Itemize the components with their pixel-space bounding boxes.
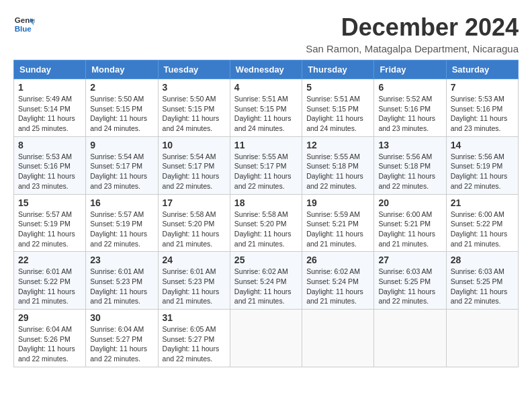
calendar-cell: 4 Sunrise: 5:51 AM Sunset: 5:15 PM Dayli…	[230, 79, 302, 137]
day-detail: Sunrise: 6:03 AM Sunset: 5:25 PM Dayligh…	[451, 267, 514, 306]
calendar-week-row: 8 Sunrise: 5:53 AM Sunset: 5:16 PM Dayli…	[14, 136, 519, 194]
calendar-body: 1 Sunrise: 5:49 AM Sunset: 5:14 PM Dayli…	[14, 79, 519, 367]
calendar-cell	[374, 310, 446, 367]
header: General Blue December 2024 San Ramon, Ma…	[13, 13, 519, 54]
calendar-cell: 8 Sunrise: 5:53 AM Sunset: 5:16 PM Dayli…	[14, 136, 86, 194]
day-detail: Sunrise: 6:00 AM Sunset: 5:21 PM Dayligh…	[378, 210, 441, 249]
calendar-cell: 16 Sunrise: 5:57 AM Sunset: 5:19 PM Dayl…	[86, 194, 158, 252]
day-number: 5	[306, 82, 369, 93]
calendar-cell: 12 Sunrise: 5:55 AM Sunset: 5:18 PM Dayl…	[302, 136, 374, 194]
day-number: 23	[90, 255, 153, 265]
calendar-cell: 3 Sunrise: 5:50 AM Sunset: 5:15 PM Dayli…	[158, 79, 230, 137]
calendar-cell: 11 Sunrise: 5:55 AM Sunset: 5:17 PM Dayl…	[230, 136, 302, 194]
day-number: 2	[90, 82, 153, 93]
svg-text:Blue: Blue	[15, 25, 32, 33]
day-number: 15	[18, 197, 81, 208]
calendar-cell: 31 Sunrise: 6:05 AM Sunset: 5:27 PM Dayl…	[158, 310, 230, 367]
day-detail: Sunrise: 6:04 AM Sunset: 5:27 PM Dayligh…	[90, 324, 153, 364]
day-detail: Sunrise: 5:56 AM Sunset: 5:19 PM Dayligh…	[451, 152, 514, 191]
calendar-cell: 22 Sunrise: 6:01 AM Sunset: 5:22 PM Dayl…	[14, 252, 86, 310]
day-detail: Sunrise: 5:50 AM Sunset: 5:15 PM Dayligh…	[163, 94, 226, 134]
day-number: 8	[18, 140, 81, 150]
title-area: December 2024 San Ramon, Matagalpa Depar…	[306, 13, 519, 54]
calendar-cell: 10 Sunrise: 5:54 AM Sunset: 5:17 PM Dayl…	[158, 136, 230, 194]
calendar-cell	[230, 310, 302, 367]
calendar-cell: 9 Sunrise: 5:54 AM Sunset: 5:17 PM Dayli…	[86, 136, 158, 194]
day-detail: Sunrise: 5:51 AM Sunset: 5:15 PM Dayligh…	[306, 94, 369, 134]
day-number: 3	[163, 82, 226, 93]
day-number: 14	[451, 140, 514, 150]
calendar-cell: 2 Sunrise: 5:50 AM Sunset: 5:15 PM Dayli…	[86, 79, 158, 137]
calendar-cell: 20 Sunrise: 6:00 AM Sunset: 5:21 PM Dayl…	[374, 194, 446, 252]
day-number: 24	[163, 255, 226, 265]
calendar-cell: 23 Sunrise: 6:01 AM Sunset: 5:23 PM Dayl…	[86, 252, 158, 310]
month-title: December 2024	[306, 13, 519, 42]
day-number: 7	[451, 82, 514, 93]
column-header-tuesday: Tuesday	[158, 60, 230, 79]
day-number: 13	[378, 140, 441, 150]
day-detail: Sunrise: 5:56 AM Sunset: 5:18 PM Dayligh…	[378, 152, 441, 191]
calendar-header-row: SundayMondayTuesdayWednesdayThursdayFrid…	[14, 60, 519, 79]
day-number: 10	[163, 140, 226, 150]
column-header-saturday: Saturday	[446, 60, 518, 79]
column-header-friday: Friday	[374, 60, 446, 79]
day-detail: Sunrise: 5:58 AM Sunset: 5:20 PM Dayligh…	[234, 210, 298, 249]
calendar-cell: 18 Sunrise: 5:58 AM Sunset: 5:20 PM Dayl…	[230, 194, 302, 252]
calendar-cell: 25 Sunrise: 6:02 AM Sunset: 5:24 PM Dayl…	[230, 252, 302, 310]
day-detail: Sunrise: 6:02 AM Sunset: 5:24 PM Dayligh…	[234, 267, 298, 306]
calendar-cell: 13 Sunrise: 5:56 AM Sunset: 5:18 PM Dayl…	[374, 136, 446, 194]
day-number: 26	[306, 255, 369, 265]
calendar-cell	[302, 310, 374, 367]
calendar-cell	[446, 310, 518, 367]
day-detail: Sunrise: 5:55 AM Sunset: 5:17 PM Dayligh…	[234, 152, 298, 191]
logo-icon: General Blue	[13, 13, 35, 35]
day-number: 25	[234, 255, 298, 265]
day-detail: Sunrise: 5:59 AM Sunset: 5:21 PM Dayligh…	[306, 210, 369, 249]
day-number: 29	[18, 312, 81, 323]
day-number: 18	[234, 197, 298, 208]
day-number: 4	[234, 82, 298, 93]
day-detail: Sunrise: 5:54 AM Sunset: 5:17 PM Dayligh…	[163, 152, 226, 191]
day-number: 6	[378, 82, 441, 93]
day-number: 12	[306, 140, 369, 150]
calendar-week-row: 29 Sunrise: 6:04 AM Sunset: 5:26 PM Dayl…	[14, 310, 519, 367]
location-title: San Ramon, Matagalpa Department, Nicarag…	[306, 43, 519, 54]
calendar-cell: 7 Sunrise: 5:53 AM Sunset: 5:16 PM Dayli…	[446, 79, 518, 137]
day-detail: Sunrise: 5:58 AM Sunset: 5:20 PM Dayligh…	[163, 210, 226, 249]
day-number: 22	[18, 255, 81, 265]
calendar-cell: 28 Sunrise: 6:03 AM Sunset: 5:25 PM Dayl…	[446, 252, 518, 310]
day-detail: Sunrise: 6:05 AM Sunset: 5:27 PM Dayligh…	[163, 324, 226, 364]
logo: General Blue	[13, 13, 35, 35]
day-number: 11	[234, 140, 298, 150]
day-number: 17	[163, 197, 226, 208]
column-header-thursday: Thursday	[302, 60, 374, 79]
column-header-sunday: Sunday	[14, 60, 86, 79]
calendar-week-row: 1 Sunrise: 5:49 AM Sunset: 5:14 PM Dayli…	[14, 79, 519, 137]
day-number: 21	[451, 197, 514, 208]
day-detail: Sunrise: 6:04 AM Sunset: 5:26 PM Dayligh…	[18, 324, 81, 364]
calendar: SundayMondayTuesdayWednesdayThursdayFrid…	[13, 60, 519, 367]
calendar-week-row: 15 Sunrise: 5:57 AM Sunset: 5:19 PM Dayl…	[14, 194, 519, 252]
day-detail: Sunrise: 5:50 AM Sunset: 5:15 PM Dayligh…	[90, 94, 153, 134]
calendar-cell: 24 Sunrise: 6:01 AM Sunset: 5:23 PM Dayl…	[158, 252, 230, 310]
day-number: 16	[90, 197, 153, 208]
calendar-cell: 29 Sunrise: 6:04 AM Sunset: 5:26 PM Dayl…	[14, 310, 86, 367]
day-detail: Sunrise: 5:57 AM Sunset: 5:19 PM Dayligh…	[18, 210, 81, 249]
day-number: 1	[18, 82, 81, 93]
calendar-cell: 21 Sunrise: 6:00 AM Sunset: 5:22 PM Dayl…	[446, 194, 518, 252]
calendar-cell: 17 Sunrise: 5:58 AM Sunset: 5:20 PM Dayl…	[158, 194, 230, 252]
calendar-cell: 14 Sunrise: 5:56 AM Sunset: 5:19 PM Dayl…	[446, 136, 518, 194]
day-detail: Sunrise: 5:53 AM Sunset: 5:16 PM Dayligh…	[451, 94, 514, 134]
day-number: 20	[378, 197, 441, 208]
day-detail: Sunrise: 5:54 AM Sunset: 5:17 PM Dayligh…	[90, 152, 153, 191]
calendar-cell: 15 Sunrise: 5:57 AM Sunset: 5:19 PM Dayl…	[14, 194, 86, 252]
calendar-cell: 6 Sunrise: 5:52 AM Sunset: 5:16 PM Dayli…	[374, 79, 446, 137]
day-number: 28	[451, 255, 514, 265]
day-detail: Sunrise: 5:51 AM Sunset: 5:15 PM Dayligh…	[234, 94, 298, 134]
day-number: 31	[163, 312, 226, 323]
day-detail: Sunrise: 6:01 AM Sunset: 5:23 PM Dayligh…	[163, 267, 226, 306]
day-detail: Sunrise: 6:01 AM Sunset: 5:22 PM Dayligh…	[18, 267, 81, 306]
day-detail: Sunrise: 6:01 AM Sunset: 5:23 PM Dayligh…	[90, 267, 153, 306]
calendar-cell: 30 Sunrise: 6:04 AM Sunset: 5:27 PM Dayl…	[86, 310, 158, 367]
day-number: 27	[378, 255, 441, 265]
